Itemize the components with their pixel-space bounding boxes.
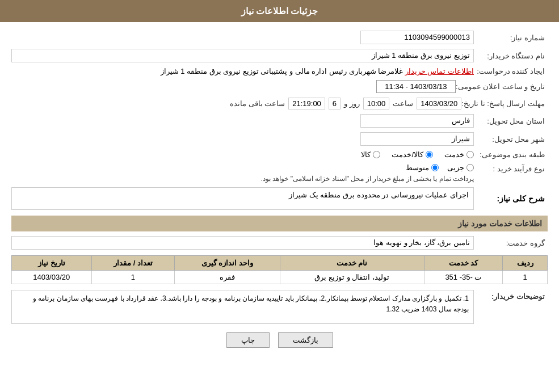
- summary-value: اجرای عملیات نیرورسانی در محدوده برق منط…: [11, 187, 474, 210]
- summary-label: شرح کلی نیاز:: [474, 194, 548, 203]
- announce-label: تاریخ و ساعت اعلان عمومی:: [456, 82, 548, 91]
- category-option-khadamat: خدمت: [444, 150, 474, 159]
- page-title: جزئیات اطلاعات نیاز: [241, 6, 318, 16]
- org-name-label: نام دستگاه خریدار:: [474, 52, 548, 60]
- service-group-label: گروه خدمت:: [474, 239, 548, 247]
- province-row: استان محل تحویل: فارس: [11, 114, 548, 128]
- service-group-row: گروه خدمت: تامین برق، گاز، بخار و تهویه …: [11, 236, 548, 250]
- process-note: پرداخت تمام یا بخشی از مبلغ خریدار از مح…: [261, 175, 474, 183]
- notes-label: توضیحات خریدار:: [474, 290, 548, 301]
- province-value: فارس: [360, 114, 474, 128]
- notes-row: توضیحات خریدار: 1. تکمیل و بارگزاری مدار…: [11, 290, 548, 324]
- process-label: نوع فرآیند خرید :: [474, 163, 548, 173]
- category-option-kala-khadamat: کالا/خدمت: [392, 150, 433, 159]
- table-cell-service_code: ت -35- 351: [424, 271, 503, 284]
- deadline-day: 6: [329, 98, 341, 109]
- services-table: ردیف کد خدمت نام خدمت واحد اندازه گیری ت…: [11, 255, 548, 284]
- process-option-jozi: جزیی: [447, 163, 474, 172]
- category-options: خدمت کالا/خدمت کالا: [361, 150, 474, 159]
- table-cell-date: 1403/03/20: [12, 271, 92, 284]
- category-label-kala-khadamat: کالا/خدمت: [392, 150, 423, 159]
- table-header-row: ردیف کد خدمت نام خدمت واحد اندازه گیری ت…: [12, 256, 548, 271]
- announce-row: تاریخ و ساعت اعلان عمومی: 1403/03/13 - 1…: [11, 80, 548, 93]
- process-radio-motavasset[interactable]: [431, 164, 439, 171]
- col-header-unit: واحد اندازه گیری: [175, 256, 280, 271]
- category-label-khadamat: خدمت: [444, 150, 464, 159]
- process-option-motavasset: متوسط: [406, 163, 439, 172]
- col-header-service-code: کد خدمت: [424, 256, 503, 271]
- process-label-jozi: جزیی: [447, 163, 464, 172]
- city-label: شهر محل تحویل:: [474, 135, 548, 144]
- deadline-label: مهلت ارسال پاسخ: تا تاریخ:: [461, 99, 548, 108]
- deadline-row: مهلت ارسال پاسخ: تا تاریخ: 1403/03/20 سا…: [11, 98, 548, 109]
- col-header-quantity: تعداد / مقدار: [91, 256, 175, 271]
- creator-value: غلامرضا شهرباری رئیس اداره مالی و پشتیبا…: [161, 67, 404, 75]
- table-cell-quantity: 1: [91, 271, 175, 284]
- buttons-row: بازگشت چاپ: [11, 332, 548, 348]
- deadline-time: 10:00: [363, 98, 390, 109]
- deadline-remaining-label: ساعت باقی مانده: [230, 99, 285, 108]
- deadline-time-label: ساعت: [393, 99, 413, 108]
- announce-date-from: 1403/03/13 - 11:34: [376, 80, 456, 93]
- org-name-value: توزیع نیروی برق منطقه 1 شیراز: [11, 49, 474, 62]
- city-row: شهر محل تحویل: شیراز: [11, 132, 548, 146]
- category-radio-khadamat[interactable]: [466, 151, 474, 158]
- col-header-row-num: ردیف: [503, 256, 548, 271]
- need-number-value: 1103094599000013: [360, 31, 474, 44]
- page-wrapper: جزئیات اطلاعات نیاز شماره نیاز: 11030945…: [0, 0, 559, 392]
- process-label-motavasset: متوسط: [406, 163, 429, 172]
- services-table-wrapper: ردیف کد خدمت نام خدمت واحد اندازه گیری ت…: [11, 255, 548, 284]
- city-value: شیراز: [360, 132, 474, 146]
- need-number-row: شماره نیاز: 1103094599000013: [11, 31, 548, 44]
- col-header-date: تاریخ نیاز: [12, 256, 92, 271]
- category-label-kala: کالا: [361, 150, 371, 159]
- table-cell-service_name: تولید، انتقال و توزیع برق: [280, 271, 424, 284]
- notes-value: 1. تکمیل و بارگزاری مدارک استعلام توسط پ…: [11, 290, 474, 324]
- services-section-title: اطلاعات خدمات مورد نیاز: [11, 216, 548, 231]
- announce-inner: 1403/03/13 - 11:34: [11, 80, 456, 93]
- creator-row: ایجاد کننده درخواست: اطلاعات تماس خریدار…: [11, 67, 548, 75]
- deadline-day-label: روز و: [344, 99, 360, 108]
- category-row: طبقه بندی موضوعی: خدمت کالا/خدمت کالا: [11, 150, 548, 159]
- creator-contact-link[interactable]: اطلاعات تماس خریدار: [405, 67, 474, 75]
- category-radio-kala[interactable]: [373, 151, 380, 158]
- table-cell-row_num: 1: [503, 271, 548, 284]
- province-label: استان محل تحویل:: [474, 117, 548, 125]
- table-cell-unit: فقره: [175, 271, 280, 284]
- category-option-kala: کالا: [361, 150, 380, 159]
- need-number-label: شماره نیاز:: [474, 33, 548, 42]
- deadline-date: 1403/03/20: [417, 98, 461, 109]
- process-radio-jozi[interactable]: [466, 164, 474, 171]
- col-header-service-name: نام خدمت: [280, 256, 424, 271]
- main-content: شماره نیاز: 1103094599000013 نام دستگاه …: [0, 22, 559, 362]
- process-row-inner: جزیی متوسط: [261, 163, 474, 172]
- summary-row: شرح کلی نیاز: اجرای عملیات نیرورسانی در …: [11, 187, 548, 210]
- print-button[interactable]: چاپ: [226, 332, 270, 348]
- deadline-remaining: 21:19:00: [288, 98, 325, 109]
- back-button[interactable]: بازگشت: [278, 332, 333, 348]
- page-header: جزئیات اطلاعات نیاز: [0, 0, 559, 22]
- org-name-row: نام دستگاه خریدار: توزیع نیروی برق منطقه…: [11, 49, 548, 62]
- creator-label: ایجاد کننده درخواست:: [474, 67, 548, 75]
- process-options: جزیی متوسط پرداخت تمام یا بخشی از مبلغ خ…: [261, 163, 474, 183]
- category-label: طبقه بندی موضوعی:: [474, 150, 548, 159]
- category-radio-kala-khadamat[interactable]: [426, 151, 433, 158]
- table-row: 1ت -35- 351تولید، انتقال و توزیع برقفقره…: [12, 271, 548, 284]
- deadline-inner: 1403/03/20 ساعت 10:00 روز و 6 21:19:00 س…: [230, 98, 461, 109]
- service-group-value: تامین برق، گاز، بخار و تهویه هوا: [11, 236, 474, 250]
- process-row: نوع فرآیند خرید : جزیی متوسط پرداخت تمام…: [11, 163, 548, 183]
